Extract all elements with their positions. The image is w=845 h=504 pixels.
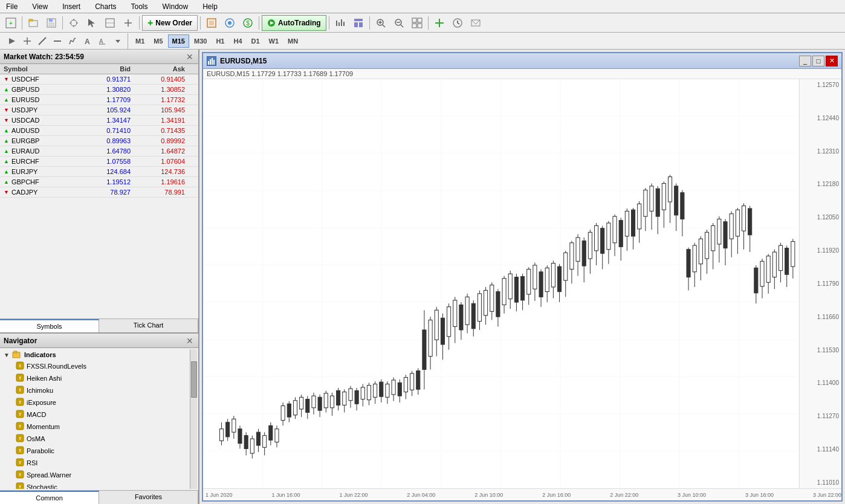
mw-row[interactable]: ▲ EURCHF 1.07558 1.07604 <box>0 157 198 167</box>
svg-rect-108 <box>256 432 260 445</box>
svg-line-36 <box>401 25 403 27</box>
save-btn[interactable] <box>43 15 60 31</box>
chart-maximize-btn[interactable]: □ <box>812 56 824 66</box>
email-btn[interactable] <box>467 15 484 31</box>
new-order-button[interactable]: + New Order <box>142 15 198 31</box>
svg-rect-178 <box>471 303 475 328</box>
tf-h1[interactable]: H1 <box>212 34 228 48</box>
nav-indicator-item[interactable]: f MACD <box>1 409 190 421</box>
nav-indicator-item[interactable]: f Ichimoku <box>1 384 190 396</box>
zoom-out-btn[interactable] <box>390 15 407 31</box>
nav-scrollbar[interactable] <box>190 349 197 489</box>
svg-text:f: f <box>19 448 21 453</box>
chart-type-btn[interactable] <box>332 15 349 31</box>
new-chart-btn[interactable]: + <box>2 15 19 31</box>
menu-view[interactable]: View <box>28 1 51 12</box>
hline-tool[interactable] <box>50 33 65 49</box>
mw-bid-EURUSD: 1.17709 <box>76 96 131 103</box>
nav-tab-common[interactable]: Common <box>0 491 99 504</box>
zoom-in-btn[interactable] <box>372 15 389 31</box>
tf-mn[interactable]: MN <box>283 34 302 48</box>
svg-rect-110 <box>263 436 267 448</box>
svg-text:f: f <box>19 387 21 393</box>
price-level-5: 1.12050 <box>802 214 839 221</box>
mw-row[interactable]: ▼ CADJPY 78.927 78.991 <box>0 187 198 198</box>
menu-window[interactable]: Window <box>159 1 192 12</box>
tf-d1[interactable]: D1 <box>247 34 264 48</box>
market-btn[interactable]: $ <box>239 15 256 31</box>
crosshair-tool[interactable] <box>20 33 34 49</box>
clock-btn[interactable] <box>449 15 466 31</box>
nav-indicator-item[interactable]: f OsMA <box>1 433 190 445</box>
chart-main[interactable] <box>203 79 799 488</box>
line-tool[interactable] <box>35 33 50 49</box>
menu-file[interactable]: File <box>2 1 21 12</box>
mw-row[interactable]: ▲ EURGBP 0.89963 0.89992 <box>0 136 198 146</box>
mw-row[interactable]: ▲ GBPCHF 1.19512 1.19616 <box>0 177 198 187</box>
tf-m1[interactable]: M1 <box>131 34 149 48</box>
timeframe-bar: A A M1 M5 M15 M30 H1 H4 D1 W1 MN <box>0 33 845 50</box>
period-sep-btn[interactable] <box>120 15 137 31</box>
nav-indicator-item[interactable]: f RSI <box>1 457 190 469</box>
chart-close-btn[interactable]: ✕ <box>826 56 838 66</box>
mw-row[interactable]: ▼ USDCHF 0.91371 0.91405 <box>0 74 198 85</box>
mw-row[interactable]: ▲ EURAUD 1.64780 1.64872 <box>0 146 198 157</box>
mw-row[interactable]: ▲ GBPUSD 1.30820 1.30852 <box>0 85 198 95</box>
chart-minimize-btn[interactable]: _ <box>799 56 811 66</box>
market-watch-close[interactable]: ✕ <box>185 52 195 62</box>
tf-m15[interactable]: M15 <box>168 34 189 48</box>
signals-btn[interactable] <box>221 15 238 31</box>
tf-m5[interactable]: M5 <box>149 34 167 48</box>
template-btn[interactable] <box>350 15 367 31</box>
nav-indicator-item[interactable]: f Stochastic <box>1 481 190 489</box>
arrow-dropdown[interactable] <box>111 33 125 49</box>
autotrading-button[interactable]: AutoTrading <box>262 15 326 31</box>
indicator-add-btn[interactable] <box>431 15 448 31</box>
zoom-btn[interactable] <box>102 15 118 31</box>
mw-row[interactable]: ▼ USDJPY 105.924 105.945 <box>0 105 198 115</box>
mw-symbol-USDJPY: ▼ USDJPY <box>4 106 76 114</box>
sep4 <box>200 16 201 30</box>
nav-indicator-item[interactable]: f Heiken Ashi <box>1 372 190 384</box>
menu-insert[interactable]: Insert <box>59 1 84 12</box>
menu-charts[interactable]: Charts <box>91 1 120 12</box>
menu-tools[interactable]: Tools <box>128 1 152 12</box>
nav-indicators-group[interactable]: ▼ Indicators <box>1 349 190 360</box>
mw-row[interactable]: ▲ EURJPY 124.684 124.736 <box>0 167 198 177</box>
text-tool[interactable]: A <box>80 33 95 49</box>
mw-row[interactable]: ▼ USDCAD 1.34147 1.34191 <box>0 115 198 126</box>
nav-indicator-item[interactable]: f FXSSI.RoundLevels <box>1 360 190 372</box>
history-btn[interactable] <box>203 15 220 31</box>
price-level-7: 1.11790 <box>802 280 839 287</box>
tab-symbols[interactable]: Symbols <box>0 319 99 332</box>
pen-tool[interactable] <box>65 33 80 49</box>
tf-w1[interactable]: W1 <box>265 34 283 48</box>
nav-scroll-thumb[interactable] <box>191 361 197 398</box>
nav-indicator-item[interactable]: f iExposure <box>1 396 190 409</box>
tf-h4[interactable]: H4 <box>229 34 246 48</box>
svg-rect-276 <box>772 252 776 277</box>
mw-row[interactable]: ▲ EURUSD 1.17709 1.17732 <box>0 95 198 105</box>
nav-indicator-item[interactable]: f Parabolic <box>1 445 190 457</box>
indicator-name: Ichimoku <box>27 387 53 394</box>
price-level-10: 1.11400 <box>802 380 839 386</box>
indicator-name: OsMA <box>27 435 45 442</box>
svg-rect-158 <box>410 373 414 390</box>
nav-indicator-item[interactable]: f Momentum <box>1 421 190 433</box>
crosshair-btn[interactable] <box>65 15 82 31</box>
navigator-close[interactable]: ✕ <box>185 336 195 346</box>
chart-window-btn[interactable] <box>409 15 426 31</box>
tab-tick-chart[interactable]: Tick Chart <box>99 319 198 332</box>
mw-row[interactable]: ▲ AUDUSD 0.71410 0.71435 <box>0 126 198 136</box>
cursor-btn[interactable] <box>83 15 100 31</box>
nav-tab-favorites[interactable]: Favorites <box>99 491 198 504</box>
tf-m30[interactable]: M30 <box>190 34 211 48</box>
open-btn[interactable] <box>25 15 42 31</box>
svg-rect-228 <box>625 211 629 236</box>
text2-tool[interactable]: A <box>96 33 110 49</box>
arrow-tool[interactable] <box>5 33 19 49</box>
indicator-name: Momentum <box>27 423 60 430</box>
menu-help[interactable]: Help <box>199 1 221 12</box>
nav-indicator-item[interactable]: f Spread.Warner <box>1 469 190 481</box>
mw-ask-EURUSD: 1.17732 <box>131 96 185 103</box>
